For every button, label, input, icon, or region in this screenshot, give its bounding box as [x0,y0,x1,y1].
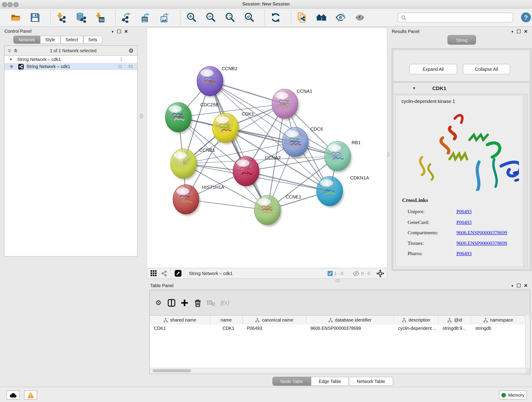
gene-section-header[interactable]: ▼ CDK1 [393,83,530,94]
expand-all-button[interactable]: Expand All [409,64,457,74]
network-node-ccne1[interactable] [254,195,282,227]
crosslink-link[interactable]: P06493 [456,219,472,225]
network-row[interactable]: String Network – cdk1 11 48 [5,63,137,70]
table-options-gear-icon[interactable]: ⚙ [153,298,164,308]
export-table-file-button[interactable] [139,11,152,24]
clone-network-button[interactable] [296,11,308,24]
crosslink-link[interactable]: 9606.ENSP00000378699 [456,230,507,235]
panel-close-icon[interactable]: ✕ [124,30,128,33]
network-canvas[interactable]: CCNB2CCNA1CDC25BCDK1CDC6RB1CCNB1CCNA2CDK… [147,27,387,268]
selected-checkbox-icon[interactable] [327,271,333,276]
create-column-plus-icon[interactable] [179,298,190,308]
crosslink-link[interactable]: P06493 [456,209,472,214]
cloud-button[interactable] [7,390,20,400]
network-collection-row[interactable]: ▼ String Network – cdk1 1 [5,56,137,63]
network-node-ccnb2[interactable] [197,66,224,98]
table-cell[interactable]: 9606.ENSP00000378699 [306,325,394,331]
panel-float-icon[interactable] [517,30,520,33]
tab-network-table[interactable]: Network Table [349,377,393,386]
table-row[interactable]: CDK1CDK1P064939606.ENSP00000378699cyclin… [150,324,526,332]
network-node-ccna2[interactable] [233,157,260,188]
memory-button[interactable]: Memory [499,390,527,400]
first-neighbors-button[interactable] [315,11,328,24]
network-node-cdc25b[interactable] [165,102,193,134]
import-network-database-button[interactable] [75,11,87,24]
column-header-shared-name[interactable]: shared name [150,316,210,324]
network-options-gear-icon[interactable]: ⚙ [128,48,134,54]
network-share-view-icon[interactable] [161,270,167,277]
column-header-canonical-name[interactable]: canonical name [243,316,306,324]
tab-node-table[interactable]: Node Table [273,377,311,386]
column-header-database-identifier[interactable]: database identifier [306,316,394,324]
table-vertical-scrollbar[interactable] [525,315,530,368]
search-input[interactable] [409,15,513,21]
column-header--id[interactable]: @id [438,316,471,324]
network-node-cdc6[interactable] [282,127,310,159]
column-header-namespace[interactable]: namespace [471,316,526,324]
delete-column-trash-icon[interactable] [192,298,203,308]
crosslink-link[interactable]: P06493 [456,251,472,256]
tab-style[interactable]: Style [40,36,60,44]
export-image-button[interactable] [159,11,171,24]
show-all-button[interactable] [354,11,366,24]
collapse-all-networks-icon[interactable] [13,48,18,53]
zoom-fit-button[interactable] [224,11,236,24]
left-splitter-handle[interactable] [140,114,143,119]
zoom-in-button[interactable] [185,11,198,24]
tab-string[interactable]: String [447,35,476,45]
search-box[interactable] [398,13,513,22]
zoom-out-button[interactable] [205,11,217,24]
tab-select[interactable]: Select [60,36,83,44]
crosslink-link[interactable]: 9606.ENSP00000378699 [456,240,507,246]
detach-view-icon[interactable] [175,270,181,277]
hidden-eye-slash-icon[interactable] [353,270,360,276]
function-builder-icon[interactable]: f(x) [221,299,229,306]
network-node-cdk1[interactable] [212,113,240,145]
panel-menu-icon[interactable]: ▾ [511,284,513,287]
network-node-ccna1[interactable] [272,89,299,121]
panel-close-icon[interactable]: ✕ [524,284,528,288]
panel-float-icon[interactable] [117,30,121,33]
tree-expand-icon[interactable]: ▼ [9,57,12,61]
hide-selected-button[interactable] [335,11,347,24]
panel-float-icon[interactable] [517,284,520,288]
expand-all-networks-icon[interactable] [7,48,12,53]
panel-close-icon[interactable]: ✕ [524,30,528,33]
scrollbar-thumb[interactable] [152,369,191,372]
table-cell[interactable]: cyclin-dependent ... [394,325,438,331]
table-cell[interactable]: P06493 [243,325,306,331]
table-cell[interactable]: CDK1 [210,325,243,331]
network-node-cdkn1a[interactable] [317,177,344,208]
zoom-selected-button[interactable] [243,11,255,24]
panel-menu-icon[interactable]: ▾ [511,30,513,33]
tab-sets[interactable]: Sets [83,36,102,44]
grid-view-icon[interactable] [151,270,157,276]
export-network-file-button[interactable] [120,11,133,24]
open-session-button[interactable] [10,11,22,24]
import-table-file-button[interactable] [94,11,106,24]
delete-table-icon[interactable] [206,298,216,308]
fit-content-crosshair-icon[interactable] [376,269,384,277]
network-edge[interactable] [210,81,267,210]
save-session-button[interactable] [29,11,41,24]
collapse-all-button[interactable]: Collapse All [463,64,510,74]
network-node-hist1h1a[interactable] [173,185,200,216]
tab-network[interactable]: Network [13,36,40,44]
network-node-rb1[interactable] [324,141,352,173]
column-header-name[interactable]: name [210,316,243,324]
network-node-ccnb1[interactable] [171,149,198,180]
table-horizontal-scrollbar[interactable] [150,368,526,374]
import-network-file-button[interactable] [56,11,68,24]
panel-menu-icon[interactable]: ▾ [112,30,114,33]
table-cell[interactable]: stringdb:9... [438,325,471,331]
warning-button[interactable] [24,390,37,400]
horizontal-splitter-handle[interactable] [336,279,340,282]
tab-edge-table[interactable]: Edge Table [311,377,349,386]
section-collapse-icon[interactable]: ▼ [412,86,416,90]
help-button[interactable]: ? [521,12,531,22]
show-columns-icon[interactable] [166,298,177,308]
refresh-layout-button[interactable] [269,11,282,24]
table-cell[interactable]: CDK1 [150,325,210,331]
table-cell[interactable]: stringdb [471,325,526,331]
column-header-description[interactable]: description [394,316,438,324]
